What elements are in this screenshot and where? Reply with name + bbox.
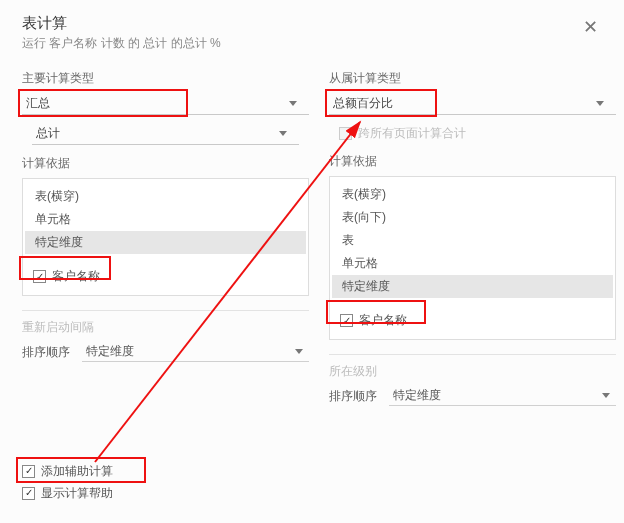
secondary-sort-select[interactable]: 特定维度 bbox=[389, 386, 616, 406]
list-item[interactable]: 表(横穿) bbox=[332, 183, 613, 206]
primary-dim-check-row[interactable]: 客户名称 bbox=[33, 268, 298, 285]
list-item[interactable]: 特定维度 bbox=[332, 275, 613, 298]
primary-sort-select[interactable]: 特定维度 bbox=[82, 342, 309, 362]
add-secondary-check[interactable]: 添加辅助计算 bbox=[22, 461, 113, 481]
primary-type-value: 汇总 bbox=[22, 95, 289, 112]
secondary-panel: 从属计算类型 总额百分比 跨所有页面计算合计 计算依据 表(横穿) 表(向下) … bbox=[329, 70, 616, 406]
dialog-title: 表计算 bbox=[22, 14, 221, 33]
checkbox-icon bbox=[340, 314, 353, 327]
chevron-down-icon bbox=[596, 101, 604, 106]
list-item[interactable]: 特定维度 bbox=[25, 231, 306, 254]
primary-subtype-select[interactable]: 总计 bbox=[32, 123, 299, 145]
secondary-sort-value: 特定维度 bbox=[393, 387, 441, 404]
list-item[interactable]: 表 bbox=[332, 229, 613, 252]
secondary-sort-label: 排序顺序 bbox=[329, 388, 377, 405]
list-item[interactable]: 表(横穿) bbox=[25, 185, 306, 208]
primary-panel: 主要计算类型 汇总 总计 计算依据 表(横穿) 单元格 特定维度 客户名称 bbox=[22, 70, 309, 406]
secondary-dim-check-row[interactable]: 客户名称 bbox=[340, 312, 605, 329]
primary-section-label: 主要计算类型 bbox=[22, 70, 309, 87]
primary-sort-value: 特定维度 bbox=[86, 343, 134, 360]
secondary-basis-label: 计算依据 bbox=[329, 153, 616, 170]
list-item[interactable]: 表(向下) bbox=[332, 206, 613, 229]
secondary-type-value: 总额百分比 bbox=[329, 95, 596, 112]
primary-dim-label: 客户名称 bbox=[52, 268, 100, 285]
show-help-label: 显示计算帮助 bbox=[41, 485, 113, 502]
chevron-down-icon bbox=[295, 349, 303, 354]
primary-basis-label: 计算依据 bbox=[22, 155, 309, 172]
secondary-type-select[interactable]: 总额百分比 bbox=[329, 93, 616, 115]
list-item[interactable]: 单元格 bbox=[332, 252, 613, 275]
primary-basis-list[interactable]: 表(横穿) 单元格 特定维度 客户名称 bbox=[22, 178, 309, 296]
primary-sort-label: 排序顺序 bbox=[22, 344, 70, 361]
checkbox-icon bbox=[339, 127, 352, 140]
primary-type-select[interactable]: 汇总 bbox=[22, 93, 309, 115]
secondary-basis-list[interactable]: 表(横穿) 表(向下) 表 单元格 特定维度 客户名称 bbox=[329, 176, 616, 340]
primary-subtype-value: 总计 bbox=[32, 125, 279, 142]
show-help-check[interactable]: 显示计算帮助 bbox=[22, 483, 113, 503]
restart-interval-label: 重新启动间隔 bbox=[22, 319, 309, 336]
chevron-down-icon bbox=[279, 131, 287, 136]
add-secondary-label: 添加辅助计算 bbox=[41, 463, 113, 480]
list-item[interactable]: 单元格 bbox=[25, 208, 306, 231]
close-button[interactable]: ✕ bbox=[577, 14, 604, 40]
secondary-dim-label: 客户名称 bbox=[359, 312, 407, 329]
secondary-section-label: 从属计算类型 bbox=[329, 70, 616, 87]
level-label: 所在级别 bbox=[329, 363, 616, 380]
dialog-subtitle: 运行 客户名称 计数 的 总计 的总计 % bbox=[22, 35, 221, 52]
chevron-down-icon bbox=[289, 101, 297, 106]
checkbox-icon bbox=[22, 465, 35, 478]
cross-pages-label: 跨所有页面计算合计 bbox=[358, 125, 466, 142]
checkbox-icon bbox=[33, 270, 46, 283]
checkbox-icon bbox=[22, 487, 35, 500]
chevron-down-icon bbox=[602, 393, 610, 398]
